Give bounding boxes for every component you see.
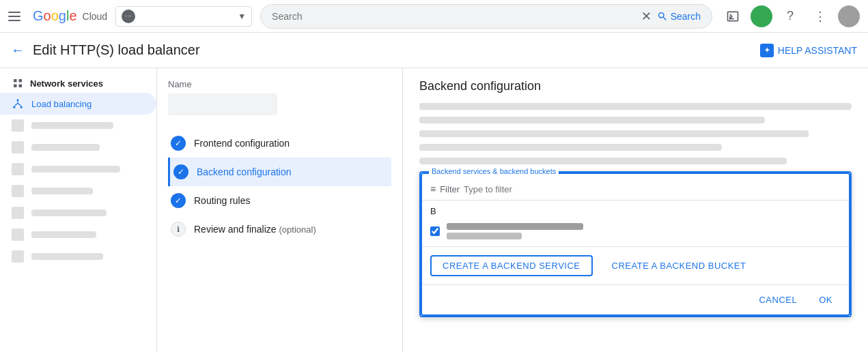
- clear-icon[interactable]: ✕: [641, 9, 652, 24]
- step-icon-routing: ✓: [171, 193, 186, 208]
- skeleton-row-5: [419, 158, 787, 164]
- sidebar-icon-3: [11, 162, 25, 176]
- sidebar-item-6[interactable]: [0, 224, 156, 246]
- optional-text: (optional): [279, 224, 316, 235]
- cloud-label: Cloud: [83, 11, 108, 22]
- filter-input[interactable]: [464, 184, 841, 194]
- step-icon-backend: ✓: [173, 164, 188, 179]
- svg-point-1: [13, 106, 15, 108]
- step-label-review: Review and finalize (optional): [194, 224, 316, 235]
- sidebar-section-title: Network services: [0, 68, 156, 93]
- sidebar-icon-1: [11, 119, 25, 132]
- help-assistant-label: HELP ASSISTANT: [778, 45, 857, 56]
- checkbox-bar-2: [447, 233, 522, 239]
- topbar: Google Cloud ▼ ✕ Search ? ⋮: [0, 0, 868, 33]
- sidebar-icon-6: [11, 228, 25, 241]
- search-button[interactable]: Search: [657, 11, 701, 22]
- project-selector[interactable]: ▼: [115, 6, 252, 27]
- load-balancing-icon: [11, 97, 25, 111]
- network-services-icon: [11, 76, 25, 90]
- dropdown-header: ≡ Filter: [422, 178, 849, 201]
- sidebar-item-load-balancing[interactable]: Load balancing: [0, 93, 156, 115]
- ok-button[interactable]: OK: [811, 291, 841, 309]
- step-label-backend: Backend configuration: [197, 166, 292, 177]
- wizard-step-backend[interactable]: ✓ Backend configuration: [168, 158, 391, 186]
- project-icon: [122, 10, 135, 23]
- b-section-label: B: [422, 201, 849, 219]
- name-label: Name: [168, 79, 391, 89]
- skeleton-row-2: [419, 117, 765, 123]
- dropdown-legend: Backend services & backend buckets: [429, 167, 559, 175]
- svg-point-0: [17, 99, 19, 101]
- sidebar-item-4[interactable]: [0, 180, 156, 202]
- dropdown-panel: Backend services & backend buckets ≡ Fil…: [419, 171, 852, 317]
- sidebar: Network services Load balancing: [0, 68, 157, 352]
- hamburger-menu[interactable]: [8, 8, 25, 25]
- checkbox-content: [447, 223, 583, 239]
- sidebar-item-5[interactable]: [0, 202, 156, 224]
- logo: Google Cloud: [33, 8, 107, 24]
- avatar[interactable]: [838, 5, 860, 27]
- back-button[interactable]: ←: [11, 42, 25, 58]
- wizard-step-frontend[interactable]: ✓ Frontend configuration: [168, 129, 391, 158]
- more-options-button[interactable]: ⋮: [808, 4, 832, 29]
- wizard-step-review[interactable]: ℹ Review and finalize (optional): [168, 215, 391, 244]
- search-bar[interactable]: ✕ Search: [260, 4, 712, 29]
- subbar: ← Edit HTTP(S) load balancer ✦ HELP ASSI…: [0, 33, 868, 68]
- backend-config-title: Backend configuration: [419, 79, 852, 93]
- chevron-down-icon: ▼: [238, 12, 246, 21]
- wizard-step-routing[interactable]: ✓ Routing rules: [168, 186, 391, 215]
- filter-icon: ≡: [430, 184, 436, 194]
- sidebar-icon-7: [11, 250, 25, 263]
- skeleton-row-3: [419, 130, 809, 137]
- step-icon-frontend: ✓: [171, 136, 186, 151]
- terminal-button[interactable]: [720, 4, 745, 29]
- help-assistant-icon: ✦: [760, 44, 774, 57]
- avatar-area: [751, 5, 772, 27]
- search-input[interactable]: [272, 11, 636, 22]
- skeleton-row-4: [419, 144, 722, 151]
- skeleton-row-1: [419, 103, 852, 110]
- step-label-frontend: Frontend configuration: [194, 138, 290, 149]
- topbar-actions: ? ⋮: [720, 4, 860, 29]
- filter-row[interactable]: ≡ Filter: [430, 184, 841, 194]
- search-label: Search: [671, 11, 701, 22]
- footer-row: CANCEL OK: [422, 284, 849, 314]
- sidebar-item-7[interactable]: [0, 246, 156, 267]
- wizard-steps: ✓ Frontend configuration ✓ Backend confi…: [168, 129, 391, 244]
- sidebar-item-label-load-balancing: Load balancing: [31, 99, 92, 109]
- step-label-routing: Routing rules: [194, 195, 251, 206]
- create-backend-service-button[interactable]: CREATE A BACKEND SERVICE: [430, 255, 593, 276]
- help-assistant-button[interactable]: ✦ HELP ASSISTANT: [760, 44, 857, 57]
- sidebar-item-1[interactable]: [0, 115, 156, 136]
- name-input-placeholder: [168, 93, 277, 115]
- action-row: CREATE A BACKEND SERVICE CREATE A BACKEN…: [422, 246, 849, 284]
- sidebar-item-2[interactable]: [0, 136, 156, 158]
- filter-label: Filter: [440, 184, 460, 194]
- sidebar-icon-4: [11, 184, 25, 198]
- page-title: Edit HTTP(S) load balancer: [33, 42, 200, 58]
- sidebar-item-3[interactable]: [0, 158, 156, 180]
- middle-panel: Name ✓ Frontend configuration ✓ Backend …: [157, 68, 403, 352]
- create-backend-bucket-button[interactable]: CREATE A BACKEND BUCKET: [601, 256, 757, 275]
- step-icon-review: ℹ: [171, 222, 186, 237]
- right-panel: Backend configuration Backend services &…: [403, 68, 868, 352]
- help-button[interactable]: ?: [778, 4, 802, 29]
- cancel-button[interactable]: CANCEL: [751, 291, 805, 309]
- main-layout: Network services Load balancing: [0, 68, 868, 352]
- backend-checkbox[interactable]: [430, 226, 440, 236]
- svg-point-2: [20, 106, 23, 108]
- dropdown-container: Backend services & backend buckets ≡ Fil…: [421, 173, 850, 316]
- checkbox-row[interactable]: [422, 219, 849, 244]
- sidebar-icon-2: [11, 141, 25, 154]
- checkbox-bar-1: [447, 223, 583, 230]
- status-indicator: [751, 5, 772, 27]
- sidebar-icon-5: [11, 206, 25, 220]
